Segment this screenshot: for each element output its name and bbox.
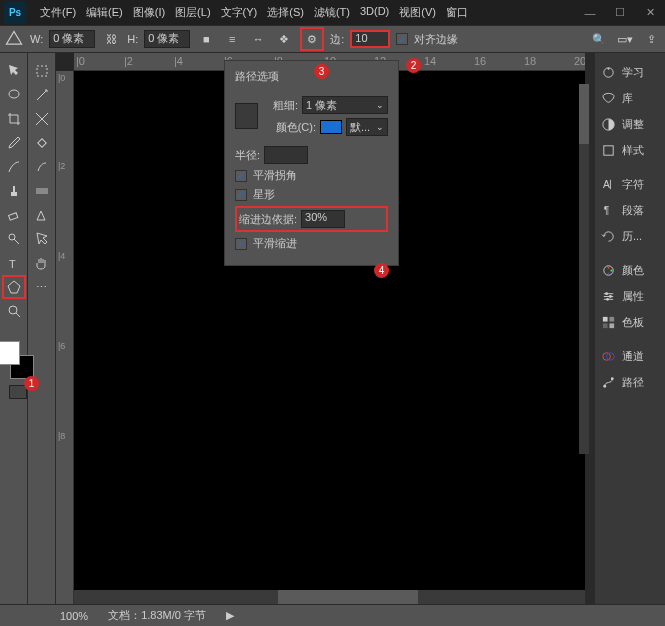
panel-channels[interactable]: 通道 (595, 343, 665, 369)
menu-type[interactable]: 文字(Y) (217, 2, 262, 23)
star-checkbox[interactable]: ✓星形 (235, 187, 388, 202)
link-wh-icon[interactable]: ⛓ (101, 29, 121, 49)
search-icon[interactable]: 🔍 (589, 29, 609, 49)
height-label: H: (127, 33, 138, 45)
polygon-tool[interactable] (2, 275, 26, 299)
smooth-corners-checkbox[interactable]: ✓平滑拐角 (235, 168, 388, 183)
menu-file[interactable]: 文件(F) (36, 2, 80, 23)
healing-tool[interactable] (30, 131, 54, 155)
svg-point-29 (609, 295, 612, 298)
panel-libraries[interactable]: 库 (595, 85, 665, 111)
hand-tool[interactable] (30, 251, 54, 275)
slice-tool[interactable] (30, 107, 54, 131)
color-select[interactable]: 默...⌄ (346, 118, 388, 136)
panel-paragraph[interactable]: ¶段落 (595, 197, 665, 223)
svg-line-10 (16, 313, 20, 317)
maximize-button[interactable]: ☐ (605, 0, 635, 25)
eyedropper-tool[interactable] (2, 131, 26, 155)
svg-marker-0 (7, 32, 22, 45)
lasso-tool[interactable] (2, 83, 26, 107)
quickmask-icon[interactable] (9, 385, 27, 399)
menu-view[interactable]: 视图(V) (395, 2, 440, 23)
options-bar: W: 0 像素 ⛓ H: 0 像素 ■ ≡ ↔ ❖ ⚙ 边: 10 ✓对齐边缘 … (0, 25, 665, 53)
eraser-tool[interactable] (2, 203, 26, 227)
color-swatches[interactable] (0, 337, 36, 381)
fg-color-swatch[interactable] (0, 341, 20, 365)
svg-text:A: A (603, 179, 610, 190)
svg-rect-34 (609, 323, 614, 328)
workspace-icon[interactable]: ▭▾ (615, 29, 635, 49)
share-icon[interactable]: ⇪ (641, 29, 661, 49)
svg-marker-8 (8, 281, 20, 293)
title-bar: Ps 文件(F) 编辑(E) 图像(I) 图层(L) 文字(Y) 选择(S) 滤… (0, 0, 665, 25)
misc-tool[interactable]: ⋯ (30, 275, 54, 299)
gear-icon[interactable]: ⚙ (300, 27, 324, 51)
svg-rect-2 (11, 192, 17, 196)
menu-3d[interactable]: 3D(D) (356, 2, 393, 23)
fill-icon[interactable]: ■ (196, 29, 216, 49)
brush-tool[interactable] (2, 155, 26, 179)
dodge-tool[interactable] (2, 227, 26, 251)
height-input[interactable]: 0 像素 (144, 30, 190, 48)
svg-point-1 (9, 90, 19, 98)
panel-color[interactable]: 颜色 (595, 257, 665, 283)
panel-styles[interactable]: 样式 (595, 137, 665, 163)
align-icon[interactable]: ≡ (222, 29, 242, 49)
radius-input[interactable] (264, 146, 308, 164)
indent-input[interactable]: 30% (301, 210, 345, 228)
align-edges-label: 对齐边缘 (414, 32, 458, 47)
gradient-tool[interactable] (30, 179, 54, 203)
svg-point-28 (605, 292, 608, 295)
indent-label: 缩进边依据: (239, 212, 297, 227)
distribute-icon[interactable]: ↔ (248, 29, 268, 49)
close-button[interactable]: ✕ (635, 0, 665, 25)
status-bar: 100% 文档：1.83M/0 字节 ▶ (0, 604, 665, 626)
panel-adjustments[interactable]: 调整 (595, 111, 665, 137)
panel-paths[interactable]: 路径 (595, 369, 665, 395)
menu-select[interactable]: 选择(S) (263, 2, 308, 23)
pen-tool[interactable] (30, 203, 54, 227)
tool-preset-icon[interactable] (4, 29, 24, 49)
menu-image[interactable]: 图像(I) (129, 2, 169, 23)
color-chip[interactable] (320, 120, 342, 134)
right-panel: 学习 库 调整 样式 A字符 ¶段落 历... 颜色 属性 色板 通道 路径 (585, 53, 665, 604)
doc-info-arrow[interactable]: ▶ (226, 609, 234, 622)
app-logo: Ps (4, 2, 26, 24)
stack-icon[interactable]: ❖ (274, 29, 294, 49)
align-edges-checkbox[interactable]: ✓对齐边缘 (396, 32, 458, 47)
move-tool[interactable] (2, 59, 26, 83)
vertical-scrollbar[interactable] (579, 84, 589, 454)
panel-swatches[interactable]: 色板 (595, 309, 665, 335)
svg-rect-4 (8, 213, 17, 220)
menu-layer[interactable]: 图层(L) (171, 2, 214, 23)
crop-tool[interactable] (2, 107, 26, 131)
menu-filter[interactable]: 滤镜(T) (310, 2, 354, 23)
zoom-level[interactable]: 100% (60, 610, 88, 622)
zoom-tool[interactable] (2, 299, 26, 323)
stamp-tool[interactable] (2, 179, 26, 203)
horizontal-scrollbar[interactable] (74, 590, 585, 604)
type-tool[interactable]: T (2, 251, 26, 275)
width-input[interactable]: 0 像素 (49, 30, 95, 48)
panel-history[interactable]: 历... (595, 223, 665, 249)
path-select-tool[interactable] (30, 227, 54, 251)
annotation-badge-3: 3 (314, 64, 329, 79)
svg-text:T: T (9, 258, 16, 270)
thickness-select[interactable]: 1 像素⌄ (302, 96, 388, 114)
menu-window[interactable]: 窗口 (442, 2, 472, 23)
annotation-badge-2: 2 (406, 58, 421, 73)
smooth-indent-checkbox[interactable]: ✓平滑缩进 (235, 236, 388, 251)
panel-learn[interactable]: 学习 (595, 59, 665, 85)
marquee-tool[interactable] (30, 59, 54, 83)
menu-edit[interactable]: 编辑(E) (82, 2, 127, 23)
color-label: 颜色(C): (266, 120, 316, 135)
magic-wand-tool[interactable] (30, 83, 54, 107)
toolbox-col1: T (0, 53, 28, 604)
sides-label: 边: (330, 32, 344, 47)
svg-point-24 (608, 272, 610, 274)
panel-properties[interactable]: 属性 (595, 283, 665, 309)
history-brush-tool[interactable] (30, 155, 54, 179)
sides-input[interactable]: 10 (350, 30, 390, 48)
minimize-button[interactable]: — (575, 0, 605, 25)
panel-character[interactable]: A字符 (595, 171, 665, 197)
